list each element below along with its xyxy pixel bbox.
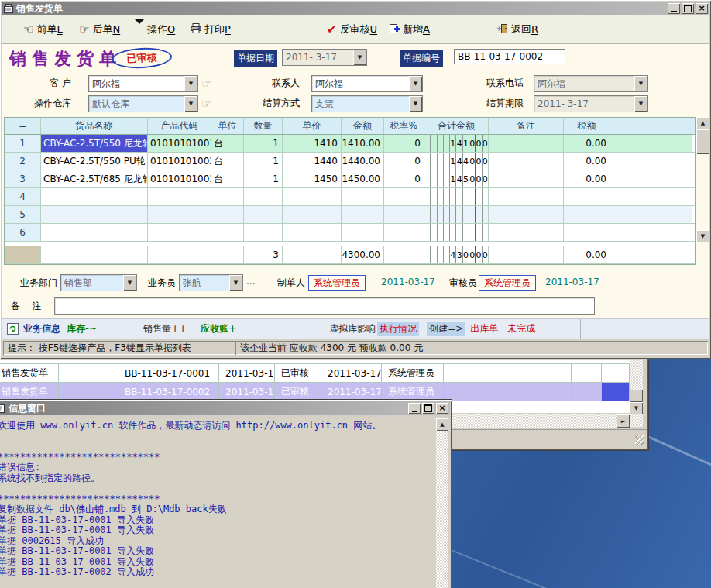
item-qty[interactable] — [244, 206, 283, 223]
total-tax[interactable]: 0.00 — [564, 246, 610, 263]
item-name[interactable] — [41, 206, 148, 223]
chevron-down-icon[interactable]: ▼ — [634, 96, 647, 112]
picker-hand-icon[interactable]: ☞ — [201, 77, 211, 91]
chevron-down-icon[interactable]: ▼ — [229, 275, 242, 291]
toolbar-button-p[interactable]: 打印P — [191, 22, 231, 36]
list-cell[interactable]: 2011-03-17 — [219, 383, 275, 401]
contact-combo[interactable]: 阿尔福▼ — [311, 75, 423, 92]
row-number[interactable]: 3 — [5, 170, 41, 187]
toolbar-button-n[interactable]: ☞后单N — [79, 22, 120, 36]
item-amount[interactable] — [342, 206, 384, 223]
clerk-combo[interactable]: 张航 ▼ — [179, 274, 243, 291]
list-cell[interactable]: 2011-03-17 — [219, 364, 275, 382]
list-cell[interactable]: 系统管理员 — [382, 383, 444, 401]
item-name[interactable] — [41, 224, 148, 241]
customer-combo[interactable]: 阿尔福▼ — [88, 75, 198, 92]
item-unit[interactable] — [211, 188, 244, 205]
list-cell[interactable] — [524, 383, 572, 401]
minimize-button[interactable] — [408, 403, 421, 414]
list-cell[interactable]: 2011-03-17 — [321, 364, 382, 382]
list-item[interactable]: 销售发货单BB-11-03-17-00012011-03-17已审核2011-0… — [0, 364, 630, 383]
bizinfo-chip[interactable]: 创建=> — [427, 322, 465, 336]
cell[interactable] — [283, 246, 342, 263]
item-total-ledger[interactable]: 145000 — [424, 170, 489, 187]
maximize-button[interactable] — [422, 403, 434, 414]
item-price[interactable] — [283, 188, 342, 205]
item-amount[interactable]: 1450.00 — [342, 170, 384, 187]
list-cell[interactable] — [59, 364, 118, 382]
item-tax[interactable]: 0.00 — [564, 170, 610, 187]
item-code[interactable] — [148, 206, 211, 223]
item-remark[interactable] — [489, 188, 564, 205]
item-remark[interactable] — [489, 206, 564, 223]
bizinfo-chip[interactable]: 执行情况 — [377, 322, 419, 336]
minimize-button[interactable] — [668, 3, 680, 14]
item-unit[interactable] — [211, 224, 244, 241]
total-label-cell[interactable] — [5, 246, 41, 263]
close-button[interactable]: × — [696, 3, 708, 14]
close-button[interactable]: × — [436, 403, 448, 414]
item-unit[interactable]: 台 — [211, 135, 244, 152]
item-name[interactable] — [41, 188, 148, 205]
toolbar-button-l[interactable]: ☜前单L — [23, 22, 63, 36]
scroll-down-icon[interactable]: ▼ — [630, 402, 643, 414]
item-price[interactable]: 1410 — [283, 135, 342, 152]
item-remark[interactable] — [489, 153, 564, 170]
scroll-down-icon[interactable]: ▼ — [696, 230, 709, 242]
list-cell[interactable]: 系统管理员 — [382, 364, 444, 382]
settle-term-combo[interactable]: 2011- 3-17▼ — [534, 95, 648, 112]
warehouse-combo[interactable]: 默认仓库▼ — [88, 95, 198, 112]
item-price[interactable]: 1450 — [283, 170, 342, 187]
chevron-down-icon[interactable]: ▼ — [353, 50, 366, 65]
toolbar-button-a[interactable]: 新增A — [389, 22, 430, 36]
scroll-up-icon[interactable]: ▲ — [436, 418, 448, 431]
filler[interactable] — [610, 206, 692, 223]
list-cell[interactable] — [572, 383, 602, 401]
item-unit[interactable] — [211, 206, 244, 223]
list-cell[interactable]: 销售发货单 — [0, 383, 59, 401]
item-taxrate[interactable]: 0 — [384, 135, 424, 152]
item-remark[interactable] — [489, 224, 564, 241]
remark-input[interactable] — [54, 297, 595, 315]
info-vertical-scrollbar[interactable]: ▲ — [436, 418, 448, 588]
item-qty[interactable]: 1 — [244, 153, 283, 170]
item-unit[interactable]: 台 — [211, 153, 244, 170]
list-cell[interactable] — [444, 364, 524, 382]
list-cell[interactable] — [59, 383, 118, 401]
list-vertical-scrollbar[interactable]: ▼ — [630, 360, 643, 427]
item-name[interactable]: CBY-AC-2.5T/685 尼龙轮 — [41, 170, 148, 187]
item-qty[interactable] — [244, 224, 283, 241]
item-tax[interactable]: 0.00 — [564, 135, 610, 152]
item-qty[interactable]: 1 — [244, 135, 283, 152]
total-amount[interactable]: 4300.00 — [342, 246, 384, 263]
contact-phone-combo[interactable]: 阿尔福▼ — [534, 75, 648, 92]
maximize-button[interactable] — [682, 3, 694, 14]
item-amount[interactable] — [342, 224, 384, 241]
item-tax[interactable] — [564, 224, 610, 241]
list-cell[interactable] — [602, 383, 630, 401]
item-remark[interactable] — [489, 170, 564, 187]
item-code[interactable]: 01010101003 — [148, 170, 211, 187]
item-qty[interactable]: 1 — [244, 170, 283, 187]
doc-no-input[interactable]: BB-11-03-17-0002 — [454, 49, 565, 64]
resize-grip-icon[interactable] — [635, 435, 644, 445]
filler[interactable] — [610, 135, 692, 152]
list-cell[interactable]: 已审核 — [275, 364, 321, 382]
item-tax[interactable]: 0.00 — [564, 153, 610, 170]
item-taxrate[interactable]: 0 — [384, 153, 424, 170]
item-code[interactable] — [148, 224, 211, 241]
total-ledger[interactable]: 430000 — [424, 246, 489, 263]
cell[interactable] — [211, 246, 244, 263]
item-code[interactable] — [148, 188, 211, 205]
dept-combo[interactable]: 销售部 ▼ — [60, 274, 137, 291]
toolbar-button-u[interactable]: ✔反审核U — [327, 22, 377, 36]
item-remark[interactable] — [489, 135, 564, 152]
item-taxrate[interactable] — [384, 188, 424, 205]
more-button[interactable]: ... — [246, 273, 259, 289]
list-cell[interactable] — [444, 383, 524, 401]
filler[interactable] — [610, 188, 692, 205]
chevron-down-icon[interactable]: ▼ — [634, 76, 647, 91]
cell[interactable] — [384, 246, 424, 263]
item-qty[interactable] — [244, 188, 283, 205]
item-total-ledger[interactable]: 144000 — [424, 153, 489, 170]
